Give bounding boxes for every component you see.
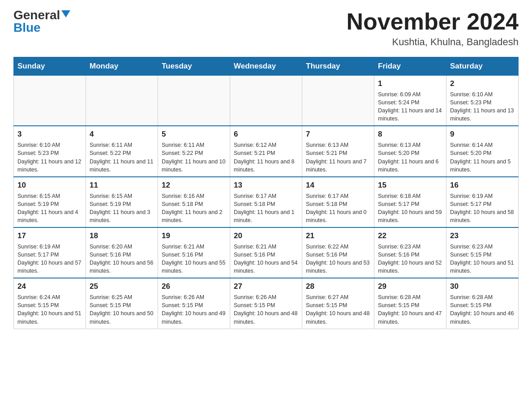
day-number: 2	[450, 78, 515, 89]
day-info: Sunrise: 6:17 AM Sunset: 5:18 PM Dayligh…	[306, 192, 370, 225]
calendar-cell: 11Sunrise: 6:15 AM Sunset: 5:19 PM Dayli…	[86, 177, 158, 227]
day-number: 24	[17, 281, 82, 292]
day-number: 11	[90, 180, 154, 191]
day-number: 14	[306, 180, 370, 191]
calendar-cell: 12Sunrise: 6:16 AM Sunset: 5:18 PM Dayli…	[158, 177, 230, 227]
calendar-cell	[158, 76, 230, 126]
logo-general-text: General	[13, 9, 60, 21]
day-info: Sunrise: 6:12 AM Sunset: 5:21 PM Dayligh…	[234, 141, 298, 174]
calendar-cell: 3Sunrise: 6:10 AM Sunset: 5:23 PM Daylig…	[14, 126, 86, 176]
day-info: Sunrise: 6:15 AM Sunset: 5:19 PM Dayligh…	[90, 192, 154, 225]
day-info: Sunrise: 6:20 AM Sunset: 5:16 PM Dayligh…	[90, 243, 154, 275]
day-number: 30	[450, 281, 515, 292]
day-info: Sunrise: 6:09 AM Sunset: 5:24 PM Dayligh…	[378, 90, 442, 123]
calendar-cell: 28Sunrise: 6:27 AM Sunset: 5:15 PM Dayli…	[302, 278, 374, 329]
calendar-cell: 21Sunrise: 6:22 AM Sunset: 5:16 PM Dayli…	[302, 227, 374, 278]
day-info: Sunrise: 6:19 AM Sunset: 5:17 PM Dayligh…	[450, 192, 515, 225]
calendar-cell: 2Sunrise: 6:10 AM Sunset: 5:23 PM Daylig…	[446, 76, 519, 126]
calendar-week-row: 10Sunrise: 6:15 AM Sunset: 5:19 PM Dayli…	[14, 177, 519, 227]
day-info: Sunrise: 6:11 AM Sunset: 5:22 PM Dayligh…	[90, 141, 154, 174]
calendar-cell: 13Sunrise: 6:17 AM Sunset: 5:18 PM Dayli…	[230, 177, 302, 227]
day-number: 29	[378, 281, 442, 292]
day-number: 18	[90, 231, 154, 241]
calendar-table: SundayMondayTuesdayWednesdayThursdayFrid…	[13, 57, 519, 329]
calendar-cell	[86, 76, 158, 126]
calendar-week-row: 3Sunrise: 6:10 AM Sunset: 5:23 PM Daylig…	[14, 126, 519, 176]
day-number: 5	[162, 129, 226, 140]
day-number: 26	[162, 281, 226, 292]
weekday-header-friday: Friday	[374, 57, 446, 76]
day-info: Sunrise: 6:25 AM Sunset: 5:15 PM Dayligh…	[90, 293, 154, 326]
day-info: Sunrise: 6:24 AM Sunset: 5:15 PM Dayligh…	[17, 293, 82, 326]
calendar-week-row: 24Sunrise: 6:24 AM Sunset: 5:15 PM Dayli…	[14, 278, 519, 329]
calendar-cell: 16Sunrise: 6:19 AM Sunset: 5:17 PM Dayli…	[446, 177, 519, 227]
calendar-cell: 8Sunrise: 6:13 AM Sunset: 5:20 PM Daylig…	[374, 126, 446, 176]
day-number: 1	[378, 78, 442, 89]
calendar-cell: 1Sunrise: 6:09 AM Sunset: 5:24 PM Daylig…	[374, 76, 446, 126]
page-header: General Blue November 2024 Kushtia, Khul…	[13, 9, 519, 48]
calendar-cell: 29Sunrise: 6:28 AM Sunset: 5:15 PM Dayli…	[374, 278, 446, 329]
day-number: 7	[306, 129, 370, 140]
logo: General Blue	[13, 9, 70, 34]
calendar-cell: 26Sunrise: 6:26 AM Sunset: 5:15 PM Dayli…	[158, 278, 230, 329]
day-info: Sunrise: 6:21 AM Sunset: 5:16 PM Dayligh…	[234, 243, 298, 275]
calendar-cell: 23Sunrise: 6:23 AM Sunset: 5:15 PM Dayli…	[446, 227, 519, 278]
calendar-cell: 15Sunrise: 6:18 AM Sunset: 5:17 PM Dayli…	[374, 177, 446, 227]
calendar-cell: 19Sunrise: 6:21 AM Sunset: 5:16 PM Dayli…	[158, 227, 230, 278]
day-info: Sunrise: 6:10 AM Sunset: 5:23 PM Dayligh…	[450, 90, 515, 123]
day-info: Sunrise: 6:15 AM Sunset: 5:19 PM Dayligh…	[17, 192, 82, 225]
calendar-cell: 7Sunrise: 6:13 AM Sunset: 5:21 PM Daylig…	[302, 126, 374, 176]
month-year-title: November 2024	[347, 9, 519, 34]
location-subtitle: Kushtia, Khulna, Bangladesh	[347, 36, 519, 48]
calendar-cell: 24Sunrise: 6:24 AM Sunset: 5:15 PM Dayli…	[14, 278, 86, 329]
day-info: Sunrise: 6:13 AM Sunset: 5:20 PM Dayligh…	[378, 141, 442, 174]
day-info: Sunrise: 6:11 AM Sunset: 5:22 PM Dayligh…	[162, 141, 226, 174]
weekday-header-wednesday: Wednesday	[230, 57, 302, 76]
day-info: Sunrise: 6:26 AM Sunset: 5:15 PM Dayligh…	[234, 293, 298, 326]
day-number: 27	[234, 281, 298, 292]
day-number: 21	[306, 231, 370, 241]
day-number: 17	[17, 231, 82, 241]
day-info: Sunrise: 6:18 AM Sunset: 5:17 PM Dayligh…	[378, 192, 442, 225]
calendar-cell: 30Sunrise: 6:28 AM Sunset: 5:15 PM Dayli…	[446, 278, 519, 329]
day-number: 16	[450, 180, 515, 191]
weekday-header-thursday: Thursday	[302, 57, 374, 76]
day-number: 3	[17, 129, 82, 140]
weekday-header-monday: Monday	[86, 57, 158, 76]
day-number: 25	[90, 281, 154, 292]
day-info: Sunrise: 6:23 AM Sunset: 5:15 PM Dayligh…	[450, 243, 515, 275]
logo-blue-text: Blue	[13, 21, 41, 34]
calendar-week-row: 17Sunrise: 6:19 AM Sunset: 5:17 PM Dayli…	[14, 227, 519, 278]
logo-triangle-icon	[61, 10, 70, 17]
day-number: 15	[378, 180, 442, 191]
day-number: 20	[234, 231, 298, 241]
day-info: Sunrise: 6:26 AM Sunset: 5:15 PM Dayligh…	[162, 293, 226, 326]
day-number: 19	[162, 231, 226, 241]
calendar-cell: 14Sunrise: 6:17 AM Sunset: 5:18 PM Dayli…	[302, 177, 374, 227]
weekday-header-tuesday: Tuesday	[158, 57, 230, 76]
day-info: Sunrise: 6:23 AM Sunset: 5:16 PM Dayligh…	[378, 243, 442, 275]
weekday-header-sunday: Sunday	[14, 57, 86, 76]
calendar-cell: 18Sunrise: 6:20 AM Sunset: 5:16 PM Dayli…	[86, 227, 158, 278]
calendar-cell: 4Sunrise: 6:11 AM Sunset: 5:22 PM Daylig…	[86, 126, 158, 176]
day-info: Sunrise: 6:19 AM Sunset: 5:17 PM Dayligh…	[17, 243, 82, 275]
day-number: 9	[450, 129, 515, 140]
day-info: Sunrise: 6:14 AM Sunset: 5:20 PM Dayligh…	[450, 141, 515, 174]
calendar-cell: 5Sunrise: 6:11 AM Sunset: 5:22 PM Daylig…	[158, 126, 230, 176]
day-info: Sunrise: 6:13 AM Sunset: 5:21 PM Dayligh…	[306, 141, 370, 174]
day-info: Sunrise: 6:28 AM Sunset: 5:15 PM Dayligh…	[378, 293, 442, 326]
day-info: Sunrise: 6:22 AM Sunset: 5:16 PM Dayligh…	[306, 243, 370, 275]
calendar-cell: 20Sunrise: 6:21 AM Sunset: 5:16 PM Dayli…	[230, 227, 302, 278]
day-info: Sunrise: 6:27 AM Sunset: 5:15 PM Dayligh…	[306, 293, 370, 326]
calendar-cell: 22Sunrise: 6:23 AM Sunset: 5:16 PM Dayli…	[374, 227, 446, 278]
calendar-cell: 17Sunrise: 6:19 AM Sunset: 5:17 PM Dayli…	[14, 227, 86, 278]
calendar-cell	[14, 76, 86, 126]
day-info: Sunrise: 6:16 AM Sunset: 5:18 PM Dayligh…	[162, 192, 226, 225]
calendar-week-row: 1Sunrise: 6:09 AM Sunset: 5:24 PM Daylig…	[14, 76, 519, 126]
day-info: Sunrise: 6:28 AM Sunset: 5:15 PM Dayligh…	[450, 293, 515, 326]
day-number: 23	[450, 231, 515, 241]
day-info: Sunrise: 6:17 AM Sunset: 5:18 PM Dayligh…	[234, 192, 298, 225]
calendar-header-row: SundayMondayTuesdayWednesdayThursdayFrid…	[14, 57, 519, 76]
calendar-cell: 27Sunrise: 6:26 AM Sunset: 5:15 PM Dayli…	[230, 278, 302, 329]
title-block: November 2024 Kushtia, Khulna, Banglades…	[347, 9, 519, 48]
